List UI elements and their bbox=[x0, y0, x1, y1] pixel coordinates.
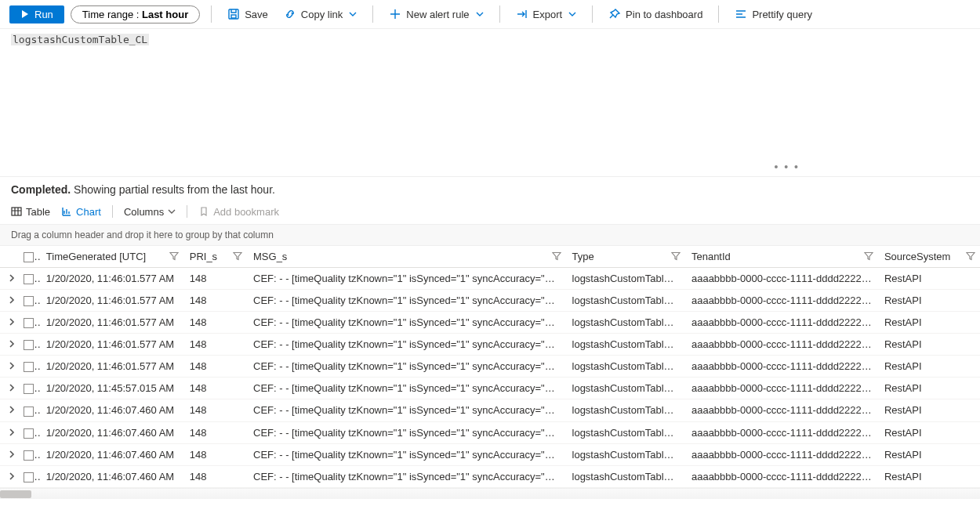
query-text: logstashCustomTable_CL bbox=[11, 34, 149, 45]
expand-row-button[interactable] bbox=[6, 360, 17, 371]
run-button[interactable]: Run bbox=[9, 5, 64, 23]
chevron-down-icon bbox=[476, 10, 484, 18]
cell-pri: 148 bbox=[183, 268, 247, 290]
copy-link-label: Copy link bbox=[301, 9, 343, 20]
filter-icon[interactable] bbox=[966, 251, 975, 262]
row-checkbox[interactable] bbox=[24, 428, 34, 439]
expand-row-button[interactable] bbox=[6, 338, 17, 349]
expand-row-button[interactable] bbox=[6, 295, 17, 305]
save-button[interactable]: Save bbox=[223, 5, 273, 23]
copy-link-button[interactable]: Copy link bbox=[279, 5, 361, 23]
pin-to-dashboard-button[interactable]: Pin to dashboard bbox=[604, 5, 707, 23]
columns-dropdown[interactable]: Columns bbox=[124, 206, 176, 218]
play-icon bbox=[20, 9, 30, 19]
cell-pri: 148 bbox=[183, 334, 247, 356]
cell-tenant: aaaabbbb-0000-cccc-1111-dddd2222eeee bbox=[685, 399, 878, 421]
cell-msg: CEF: - - [timeQuality tzKnown="1" isSync… bbox=[247, 290, 566, 312]
table-row[interactable]: 1/20/2020, 11:46:07.460 AM148CEF: - - [t… bbox=[0, 465, 980, 487]
row-checkbox[interactable] bbox=[24, 296, 34, 306]
expand-row-button[interactable] bbox=[6, 273, 17, 284]
cell-tenant: aaaabbbb-0000-cccc-1111-dddd2222eeee bbox=[685, 421, 878, 443]
cell-msg: CEF: - - [timeQuality tzKnown="1" isSync… bbox=[247, 465, 566, 487]
add-bookmark-button: Add bookmark bbox=[198, 206, 279, 218]
query-toolbar: Run Time range : Last hour Save Copy lin… bbox=[0, 0, 980, 28]
cell-time: 1/20/2020, 11:46:01.577 AM bbox=[40, 334, 183, 356]
separator bbox=[187, 205, 187, 218]
table-row[interactable]: 1/20/2020, 11:46:07.460 AM148CEF: - - [t… bbox=[0, 421, 980, 443]
col-msg-label: MSG_s bbox=[253, 251, 287, 262]
filter-icon[interactable] bbox=[671, 251, 681, 262]
filter-icon[interactable] bbox=[864, 251, 873, 262]
filter-icon[interactable] bbox=[233, 251, 242, 262]
table-row[interactable]: 1/20/2020, 11:46:07.460 AM148CEF: - - [t… bbox=[0, 443, 980, 465]
new-alert-rule-button[interactable]: New alert rule bbox=[384, 5, 488, 23]
expand-row-button[interactable] bbox=[6, 316, 17, 327]
results-grid: TimeGenerated [UTC] PRI_s MSG_s Type Ten… bbox=[0, 246, 980, 499]
cell-type: logstashCustomTable_CL bbox=[566, 356, 685, 378]
query-editor[interactable]: logstashCustomTable_CL • • • bbox=[0, 28, 980, 177]
filter-icon[interactable] bbox=[552, 251, 561, 262]
row-checkbox[interactable] bbox=[24, 274, 34, 284]
row-checkbox[interactable] bbox=[24, 472, 34, 482]
cell-type: logstashCustomTable_CL bbox=[566, 399, 685, 421]
run-label: Run bbox=[34, 9, 53, 20]
view-chart-tab[interactable]: Chart bbox=[61, 206, 101, 218]
header-sourcesystem[interactable]: SourceSystem bbox=[878, 246, 980, 268]
horizontal-scrollbar[interactable] bbox=[0, 488, 980, 499]
view-table-tab[interactable]: Table bbox=[11, 206, 50, 218]
table-row[interactable]: 1/20/2020, 11:46:01.577 AM148CEF: - - [t… bbox=[0, 312, 980, 334]
row-checkbox[interactable] bbox=[24, 407, 34, 417]
cell-time: 1/20/2020, 11:46:07.460 AM bbox=[40, 465, 183, 487]
prettify-query-button[interactable]: Prettify query bbox=[730, 5, 817, 23]
header-pri[interactable]: PRI_s bbox=[183, 246, 247, 268]
splitter-handle[interactable]: • • • bbox=[775, 161, 800, 173]
table-row[interactable]: 1/20/2020, 11:46:01.577 AM148CEF: - - [t… bbox=[0, 268, 980, 290]
col-time-label: TimeGenerated [UTC] bbox=[46, 251, 146, 262]
table-tab-label: Table bbox=[26, 206, 50, 218]
cell-pri: 148 bbox=[183, 465, 247, 487]
header-timegenerated[interactable]: TimeGenerated [UTC] bbox=[40, 246, 183, 268]
table-row[interactable]: 1/20/2020, 11:46:01.577 AM148CEF: - - [t… bbox=[0, 334, 980, 356]
row-checkbox[interactable] bbox=[24, 340, 34, 350]
status-bar: Completed. Showing partial results from … bbox=[0, 177, 980, 202]
group-by-dropzone[interactable]: Drag a column header and drop it here to… bbox=[0, 225, 980, 246]
expand-row-button[interactable] bbox=[6, 382, 17, 393]
table-row[interactable]: 1/20/2020, 11:46:07.460 AM148CEF: - - [t… bbox=[0, 399, 980, 421]
expand-row-button[interactable] bbox=[6, 449, 17, 460]
table-row[interactable]: 1/20/2020, 11:46:01.577 AM148CEF: - - [t… bbox=[0, 290, 980, 312]
separator bbox=[372, 5, 373, 23]
header-type[interactable]: Type bbox=[566, 246, 685, 268]
filter-icon[interactable] bbox=[169, 251, 179, 262]
cell-type: logstashCustomTable_CL bbox=[566, 312, 685, 334]
header-tenant[interactable]: TenantId bbox=[685, 246, 878, 268]
expand-row-button[interactable] bbox=[6, 471, 17, 482]
cell-time: 1/20/2020, 11:45:57.015 AM bbox=[40, 378, 183, 399]
expand-row-button[interactable] bbox=[6, 427, 17, 438]
table-row[interactable]: 1/20/2020, 11:46:01.577 AM148CEF: - - [t… bbox=[0, 356, 980, 378]
col-src-label: SourceSystem bbox=[884, 251, 951, 262]
row-checkbox[interactable] bbox=[24, 362, 34, 372]
cell-tenant: aaaabbbb-0000-cccc-1111-dddd2222eeee bbox=[685, 290, 878, 312]
table-row[interactable]: 1/20/2020, 11:45:57.015 AM148CEF: - - [t… bbox=[0, 378, 980, 399]
separator bbox=[112, 205, 113, 218]
cell-src: RestAPI bbox=[878, 399, 980, 421]
plus-icon bbox=[389, 8, 401, 20]
scrollbar-thumb[interactable] bbox=[0, 490, 31, 498]
export-button[interactable]: Export bbox=[511, 5, 582, 23]
header-msg[interactable]: MSG_s bbox=[247, 246, 566, 268]
save-icon bbox=[227, 8, 240, 20]
row-checkbox[interactable] bbox=[24, 450, 34, 461]
select-all-checkbox[interactable] bbox=[24, 252, 34, 262]
status-completed: Completed. bbox=[11, 183, 71, 196]
chevron-down-icon bbox=[168, 208, 176, 215]
cell-pri: 148 bbox=[183, 399, 247, 421]
cell-time: 1/20/2020, 11:46:01.577 AM bbox=[40, 290, 183, 312]
row-checkbox[interactable] bbox=[24, 384, 34, 394]
expand-row-button[interactable] bbox=[6, 404, 17, 415]
cell-tenant: aaaabbbb-0000-cccc-1111-dddd2222eeee bbox=[685, 465, 878, 487]
cell-pri: 148 bbox=[183, 290, 247, 312]
columns-label: Columns bbox=[124, 206, 164, 218]
header-checkbox[interactable] bbox=[17, 246, 39, 268]
time-range-picker[interactable]: Time range : Last hour bbox=[71, 5, 200, 23]
row-checkbox[interactable] bbox=[24, 318, 34, 328]
